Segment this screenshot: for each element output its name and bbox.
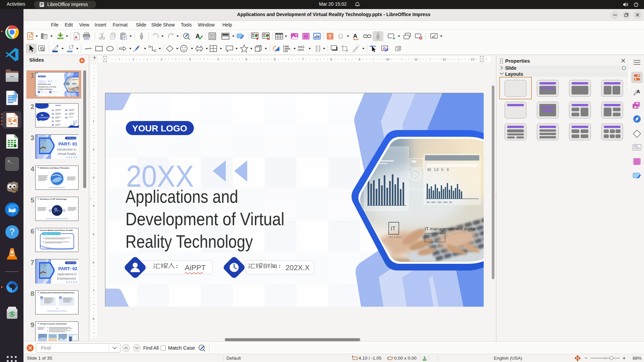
svg-text:4: 4 [93, 204, 94, 207]
svg-text:5: 5 [93, 232, 94, 236]
svg-text:12: 12 [442, 57, 446, 61]
svg-text:YOUR LOGO: YOUR LOGO [132, 124, 187, 133]
svg-text:1: 1 [132, 57, 134, 61]
svg-text:7: 7 [93, 289, 94, 292]
svg-text:Applications in: Applications in [57, 273, 76, 276]
svg-text:2: 2 [161, 57, 162, 61]
svg-text:13: 13 [471, 57, 475, 61]
svg-text:>_: >_ [7, 159, 13, 164]
svg-text:Applications and: Applications and [125, 186, 238, 206]
svg-text:6: 6 [274, 57, 275, 61]
svg-text:01.: 01. [52, 109, 55, 111]
svg-text:88%: 88% [633, 356, 642, 361]
svg-text:2: 2 [93, 147, 94, 151]
svg-text:03.: 03. [52, 117, 55, 119]
svg-text:−: − [585, 355, 588, 361]
svg-text:Match Case: Match Case [168, 345, 195, 351]
svg-text:8: 8 [330, 57, 332, 61]
svg-text:04.: 04. [52, 120, 55, 122]
svg-text:202X.X: 202X.X [285, 263, 310, 272]
svg-text:IT managemement digital: IT managemement digital [425, 226, 476, 231]
svg-text:Find: Find [41, 345, 51, 351]
svg-text:A: A [637, 89, 640, 94]
svg-text:AiPPT: AiPPT [185, 263, 206, 272]
svg-text:Current Market and Future Grow: Current Market and Future Growth [40, 229, 73, 231]
svg-text:4.10 / -1.05: 4.10 / -1.05 [359, 356, 381, 361]
svg-text:Find All: Find All [143, 345, 159, 351]
svg-text:3: 3 [93, 176, 94, 179]
svg-text:Virtual Concerts and Events: Virtual Concerts and Events [40, 323, 67, 325]
svg-text:▲: ▲ [50, 210, 51, 212]
svg-text:Properties: Properties [505, 58, 530, 64]
svg-text:50 1,0 0 9: 50 1,0 0 9 [427, 168, 449, 172]
svg-text:1: 1 [93, 119, 94, 123]
svg-text:02.: 02. [52, 113, 55, 115]
svg-text:Introduction to: Introduction to [57, 148, 76, 151]
svg-text:+: + [623, 355, 626, 361]
svg-text:6: 6 [93, 260, 94, 264]
svg-text:Layouts: Layouts [505, 71, 523, 77]
svg-text:Entertainment: Entertainment [57, 277, 76, 280]
svg-text:English (USA): English (USA) [494, 356, 522, 361]
svg-text:4: 4 [217, 57, 219, 61]
svg-text:8: 8 [93, 317, 94, 320]
svg-text:10: 10 [386, 57, 390, 61]
svg-text:IT: IT [391, 226, 395, 232]
svg-text:■■: ■■ [41, 114, 44, 116]
svg-text:50 400 150 400 50: 50 400 150 400 50 [427, 201, 452, 204]
svg-text:7: 7 [302, 57, 304, 61]
svg-text:●●●: ●●● [56, 307, 58, 309]
svg-text:7941 14403 1: 7941 14403 1 [388, 236, 402, 238]
svg-text:Virtual Reality: Virtual Reality [58, 152, 76, 156]
svg-text:3: 3 [189, 57, 191, 61]
svg-text:Slide 1 of 35: Slide 1 of 35 [27, 356, 52, 361]
svg-text:0.00 x 0.00: 0.00 x 0.00 [394, 356, 417, 361]
svg-text:Default: Default [226, 356, 241, 361]
svg-text:Slide: Slide [505, 65, 517, 71]
svg-text:11: 11 [414, 57, 418, 61]
svg-text:CONTENTS: CONTENTS [39, 117, 49, 119]
svg-text:07.: 07. [65, 113, 68, 115]
svg-text:Gaming and Interactive Experie: Gaming and Interactive Experiences [40, 292, 75, 294]
svg-text:5: 5 [246, 57, 247, 61]
svg-text:PART- 02: PART- 02 [58, 266, 77, 271]
svg-text:Reality Technology: Reality Technology [125, 231, 253, 251]
svg-text:Evolution of VR Technology: Evolution of VR Technology [40, 198, 67, 200]
svg-text:08.: 08. [65, 117, 68, 119]
svg-text:PART- 01: PART- 01 [58, 141, 77, 146]
svg-text:YOUR LOGO: YOUR LOGO [66, 137, 76, 139]
svg-text:YOUR LOGO: YOUR LOGO [66, 262, 76, 264]
svg-text:Market Size and Growth: Market Size and Growth [44, 233, 62, 235]
svg-text:Definition and Basic Principle: Definition and Basic Principles [40, 167, 70, 169]
svg-text:2:01 1 0 1 01: 2:01 1 0 1 01 [409, 188, 427, 191]
svg-text:06.: 06. [65, 109, 68, 111]
svg-text:9: 9 [359, 57, 360, 61]
svg-text:05.: 05. [52, 124, 55, 126]
svg-text:?: ? [10, 227, 15, 237]
svg-text:Development of Virtual: Development of Virtual [125, 209, 284, 229]
